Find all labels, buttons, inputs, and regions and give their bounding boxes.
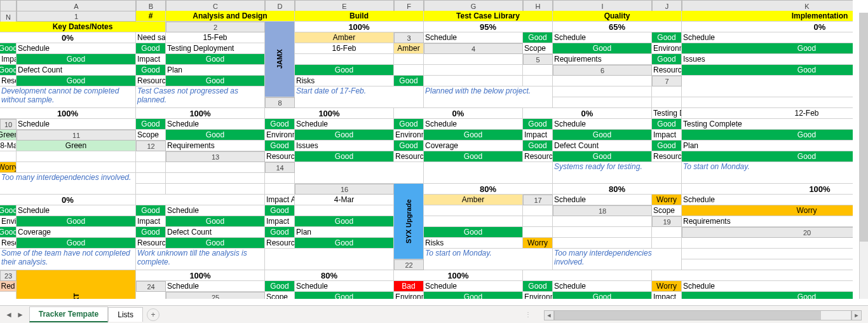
keydate-note — [424, 216, 523, 227]
horizontal-scrollbar[interactable]: ◄ ► — [544, 310, 862, 320]
metric-label: Plan — [166, 65, 265, 76]
metric-label: Coverage — [17, 227, 136, 238]
horizontal-scroll-thumb[interactable] — [555, 311, 821, 320]
metric-status: Worry — [523, 238, 553, 249]
row-header[interactable]: 20 — [682, 227, 853, 238]
section-note: Planned with the below project. — [424, 86, 553, 108]
percent-cell: 100% — [136, 270, 265, 281]
metric-label: Impact — [0, 54, 17, 65]
row-header[interactable]: 3 — [394, 32, 424, 43]
tab-next-icon[interactable]: ► — [17, 310, 24, 319]
row-header[interactable]: 10 — [0, 119, 17, 130]
metric-label: Schedule — [424, 281, 523, 292]
row-header[interactable]: 19 — [652, 216, 682, 227]
row-header[interactable]: 17 — [523, 195, 553, 205]
empty-cell — [136, 184, 166, 195]
metric-status: Good — [424, 130, 523, 141]
metric-label: Requirements — [553, 54, 652, 65]
metric-status: Good — [265, 141, 295, 151]
metric-label: Environment — [394, 130, 424, 141]
metric-status: Good — [682, 130, 853, 141]
row-header[interactable]: 22 — [394, 259, 424, 270]
row-header[interactable]: 14 — [265, 162, 295, 173]
metric-status: Good — [136, 65, 166, 76]
horizontal-scroll-track[interactable] — [554, 310, 851, 320]
row-header[interactable]: 23 — [0, 270, 17, 281]
percent-cell: 100% — [0, 108, 136, 119]
row-header[interactable]: 12 — [136, 141, 166, 151]
metric-label: Resourcing — [652, 65, 682, 76]
metric-label: Resourcing — [0, 238, 17, 249]
percent-cell — [136, 195, 265, 205]
metric-status: Good — [682, 151, 853, 162]
scroll-left-button[interactable]: ◄ — [544, 310, 554, 320]
row-header[interactable]: 18 — [553, 205, 652, 216]
metric-label: Impact — [136, 216, 166, 227]
metric-label: Risks — [424, 238, 523, 249]
percent-cell: 80% — [424, 184, 553, 195]
row-header[interactable]: 5 — [523, 54, 553, 65]
row-header[interactable]: 4 — [424, 43, 523, 54]
metric-label: Requirements — [166, 141, 265, 151]
row-header[interactable]: 1 — [17, 11, 136, 22]
metric-status: Good — [553, 130, 652, 141]
metric-label: Impact — [652, 130, 682, 141]
metric-status: Good — [553, 43, 652, 54]
percent-cell: 100% — [136, 108, 265, 119]
keydate-status — [682, 238, 853, 249]
percent-cell: 0% — [682, 22, 853, 32]
section-header: Analysis and Design — [166, 11, 295, 22]
row-header[interactable]: 8 — [265, 97, 295, 108]
empty-cell — [265, 173, 295, 184]
metric-status: Good — [424, 151, 523, 162]
metric-status: Worry — [0, 162, 17, 173]
row-header[interactable]: 11 — [17, 130, 136, 141]
tab-split-handle[interactable]: ⋮ — [525, 311, 532, 318]
metric-status: Good — [265, 227, 295, 238]
metric-label: Impact — [136, 54, 166, 65]
keydate-date — [523, 76, 553, 86]
empty-cell — [652, 97, 682, 108]
tab-nav-controls[interactable]: ◄ ► — [0, 310, 29, 319]
section-note — [265, 249, 394, 270]
metric-label: Resourcing — [523, 151, 553, 162]
metric-status: Good — [652, 54, 682, 65]
row-header[interactable]: 2 — [166, 22, 265, 32]
empty-cell — [553, 86, 652, 97]
keydate-date: 12-Feb — [682, 108, 853, 119]
metric-label: Issues — [295, 141, 394, 151]
empty-cell — [682, 259, 853, 270]
metric-status: Good — [265, 205, 295, 216]
metric-status: Worry — [652, 281, 682, 292]
keydate-status: Amber — [424, 195, 523, 205]
sheet-tab-lists[interactable]: Lists — [108, 307, 143, 322]
row-header[interactable]: 7 — [652, 76, 682, 86]
vertical-scrollbar[interactable] — [859, 13, 868, 299]
section-header: Test Case Library — [424, 11, 553, 22]
metric-status: Good — [394, 141, 424, 151]
sheet-tab-active[interactable]: Tracker Tempate — [29, 306, 109, 322]
keydate-date — [424, 65, 523, 76]
row-header[interactable]: 16 — [295, 184, 394, 195]
metric-label: Environment — [0, 216, 17, 227]
row-header[interactable]: 25 — [166, 292, 265, 299]
tab-prev-icon[interactable]: ◄ — [5, 310, 13, 319]
project-label-Rules XT: Rules XT — [17, 270, 136, 299]
section-note — [424, 162, 553, 184]
percent-cell — [652, 270, 853, 281]
metric-label: Schedule — [17, 43, 136, 54]
row-header[interactable]: 6 — [553, 65, 652, 76]
vertical-scroll-thumb[interactable] — [860, 13, 868, 242]
empty-cell — [136, 173, 166, 184]
row-header[interactable]: 24 — [136, 281, 166, 292]
worksheet-viewport[interactable]: ABCDEFGHIJKLMN1#Analysis and DesignBuild… — [0, 0, 853, 299]
metric-label: Scope — [136, 130, 166, 141]
scroll-right-button[interactable]: ► — [851, 310, 862, 320]
row-header[interactable]: 13 — [166, 151, 265, 162]
percent-cell: 95% — [424, 22, 553, 32]
add-sheet-button[interactable]: + — [147, 308, 159, 321]
metric-status: Good — [652, 32, 682, 43]
keydate-date: 4-Mar — [295, 195, 394, 205]
keydate-date — [394, 54, 424, 65]
keydate-status: Green — [0, 130, 17, 141]
